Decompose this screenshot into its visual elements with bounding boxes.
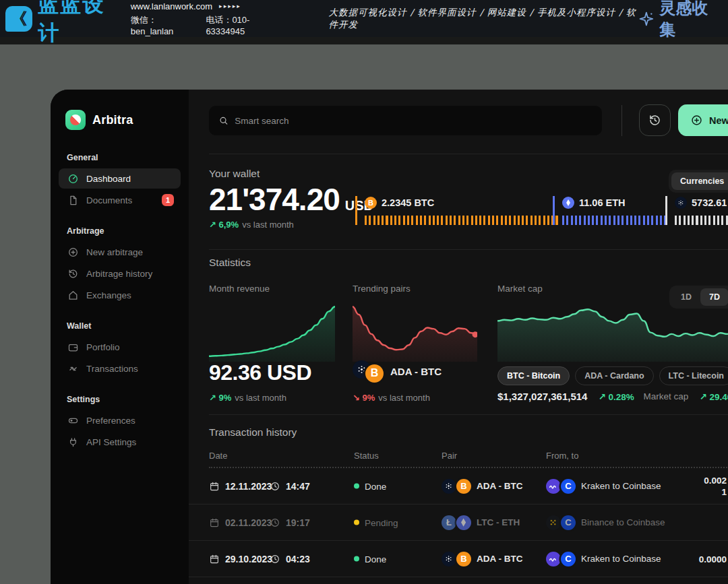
ada-coin-icon: [442, 479, 456, 494]
holding-label: 5732.61 ADA: [675, 196, 728, 209]
contact-block: www.lanlanwork.com ▸▸▸▸▸ 微信：ben_lanlan 电…: [131, 1, 282, 36]
table-row[interactable]: 29.10.202304:23DoneBADA - BTCCKraken to …: [189, 541, 728, 577]
holding-amount: 5732.61 ADA: [692, 197, 728, 208]
month-revenue-chart: [209, 302, 335, 362]
btc-coin-icon: B: [365, 197, 377, 209]
phone-contact: 电话：010-63334945: [206, 14, 281, 36]
market-cap-statline: $1,327,027,361,514 ↗ 0.28% Market cap ↗ …: [497, 391, 728, 402]
toggle-icon: [67, 415, 79, 426]
status-dot-pending: [354, 520, 359, 525]
amount-value: 1: [634, 486, 727, 498]
wallet-section-title: Your wallet: [209, 168, 260, 180]
sidebar-item-portfolio[interactable]: Portfolio: [59, 337, 181, 357]
up-arrow-icon: ↗: [598, 392, 605, 402]
up-arrow-icon: ↗: [209, 393, 216, 403]
collect-label: 灵感收集: [659, 0, 719, 40]
amount-value: 0.0000: [634, 553, 727, 564]
section-divider: [209, 249, 728, 250]
sidebar-section-title: Wallet: [67, 321, 189, 331]
status-cell: Done: [354, 481, 386, 491]
market-cap-value: $1,327,027,361,514: [497, 391, 587, 402]
ada-coin-icon: [675, 197, 687, 209]
sidebar-item-exchanges[interactable]: Exchanges: [59, 285, 181, 305]
table-row[interactable]: 12.11.202314:47DoneBADA - BTCCKraken to …: [189, 468, 728, 505]
sidebar-item-api-settings[interactable]: API Settings: [59, 432, 181, 452]
wallet-balance-value: 21'374.20: [209, 184, 340, 215]
sidebar-item-preferences[interactable]: Preferences: [59, 410, 181, 430]
date-cell: 12.11.2023: [209, 481, 272, 492]
search-box[interactable]: [209, 106, 602, 135]
site-url[interactable]: www.lanlanwork.com: [131, 1, 212, 11]
holding-label: B2.2345 BTC: [365, 196, 553, 209]
sidebar-item-transactions[interactable]: Transactions: [59, 358, 181, 379]
brand-name: 蓝蓝设计: [38, 0, 119, 47]
wallet-balance: 21'374.20 USD: [209, 184, 373, 215]
sidebar-section: SettingsPreferencesAPI Settings: [51, 395, 189, 452]
btc-coin-icon: B: [456, 479, 471, 494]
pair-cell: BADA - BTC: [442, 552, 523, 566]
sidebar-item-new-arbitrage[interactable]: New arbitrage: [59, 242, 181, 262]
sidebar-item-label: Portfolio: [86, 342, 120, 352]
pair-cell: BADA - BTC: [442, 479, 523, 494]
trending-pairs-chart: [353, 302, 477, 362]
coin-pill-ada[interactable]: ADA - Cardano: [575, 366, 653, 385]
table-row[interactable]: 02.11.202319:17PendingŁLTC - ETHCBinance…: [189, 505, 728, 541]
calendar-icon: [209, 517, 220, 528]
sidebar-section: GeneralDashboardDocuments1: [51, 153, 189, 210]
history-icon: [67, 268, 79, 280]
holding-bars: [365, 216, 560, 225]
market-cap-coin-pills: BTC - BitcoinADA - CardanoLTC - Litecoin…: [497, 366, 728, 385]
gauge-icon: [67, 173, 79, 185]
trending-pair-label: ADA - BTC: [390, 366, 442, 377]
date-value: 12.11.2023: [225, 481, 272, 492]
time-value: 04:23: [286, 554, 310, 564]
trending-change: ↘ 9% vs last month: [353, 393, 430, 403]
wallet-view-tabs: CurrenciesE: [669, 170, 728, 193]
route-cell: CBinance to Coinbase: [546, 515, 665, 530]
coinbase-coin-icon: C: [561, 515, 576, 530]
history-button[interactable]: [639, 104, 671, 136]
date-cell: 02.11.2023: [209, 517, 272, 528]
coinbase-coin-icon: C: [561, 479, 576, 494]
sidebar-section: WalletPortfolioTransactions: [51, 321, 189, 379]
sidebar-item-label: New arbitrage: [86, 247, 143, 257]
column-header-status: Status: [354, 451, 379, 461]
holding-ada: 5732.61 ADA: [665, 196, 728, 225]
eth-coin-icon: [456, 515, 471, 530]
search-input[interactable]: [235, 116, 593, 126]
sidebar-item-dashboard[interactable]: Dashboard: [59, 168, 181, 189]
holding-bars: [675, 216, 728, 225]
wallet-tab-currencies[interactable]: Currencies: [671, 172, 728, 190]
status-cell: Pending: [354, 517, 398, 527]
coin-pill-btc[interactable]: BTC - Bitcoin: [497, 366, 570, 385]
status-dot-done: [354, 484, 359, 489]
sidebar-item-label: Preferences: [86, 416, 135, 426]
clock-icon: [270, 517, 280, 528]
sparkle-star-icon: [638, 10, 655, 28]
status-badge: Pending: [365, 517, 398, 527]
route-label: Binance to Coinbase: [581, 517, 665, 527]
status-badge: Done: [365, 554, 386, 564]
sidebar-item-label: Transactions: [86, 364, 138, 374]
status-cell: Done: [354, 554, 386, 564]
plus-circle-icon: [690, 114, 703, 127]
sidebar-item-arbitrage-history[interactable]: Arbitrage history: [59, 263, 181, 284]
wallet-change-suffix: vs last month: [242, 220, 294, 230]
trending-pairs-label: Trending pairs: [353, 284, 411, 294]
search-icon: [218, 115, 229, 126]
plus-circle-icon: [67, 247, 79, 258]
holding-eth: 11.06 ETH: [553, 196, 665, 225]
ada-coin-icon: [442, 552, 456, 566]
month-revenue-label: Month revenue: [209, 284, 270, 294]
new-arbitrage-button[interactable]: New a: [678, 104, 728, 136]
file-icon: [67, 195, 79, 206]
holding-btc: B2.2345 BTC: [355, 196, 553, 225]
holding-amount: 11.06 ETH: [579, 197, 626, 208]
arbitra-dashboard: Arbitra GeneralDashboardDocuments1Arbitr…: [51, 90, 728, 584]
up-arrow-icon: ↗: [699, 392, 706, 402]
transactions-section-title: Transaction history: [209, 426, 297, 439]
inspiration-collect-link[interactable]: 灵感收集: [638, 0, 719, 40]
sidebar-item-documents[interactable]: Documents1: [59, 190, 181, 210]
pair-label: ADA - BTC: [477, 554, 523, 564]
coin-pill-ltc[interactable]: LTC - Litecoin: [659, 366, 728, 385]
